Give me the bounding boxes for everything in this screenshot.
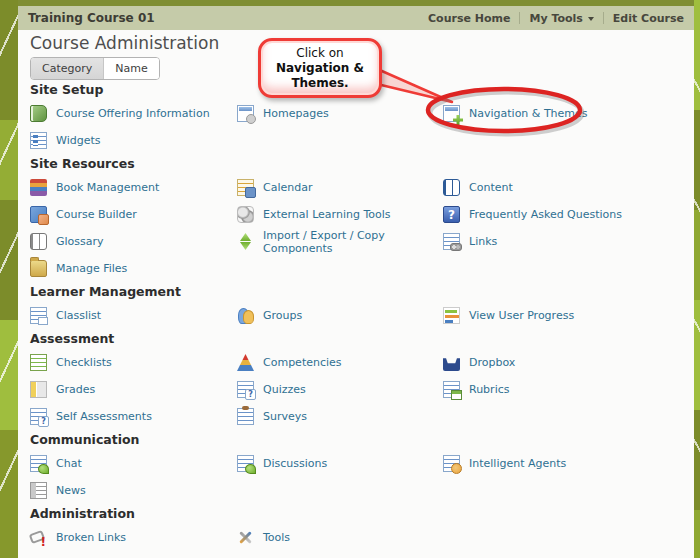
news-icon xyxy=(30,482,47,499)
section-items: ChatDiscussionsIntelligent AgentsNews xyxy=(30,450,694,504)
tool-item-import-export-copy-components[interactable]: Import / Export / Copy Components xyxy=(237,229,443,255)
tool-link-label: News xyxy=(56,484,86,497)
chat-icon xyxy=(30,455,47,472)
view-toggle: CategoryName xyxy=(30,57,160,80)
tool-link-label: External Learning Tools xyxy=(263,208,390,221)
section-title-learner-management: Learner Management xyxy=(30,284,694,300)
tool-link-label: Checklists xyxy=(56,356,112,369)
tool-link-label: Book Management xyxy=(56,181,159,194)
separator xyxy=(519,12,520,24)
tools-icon xyxy=(237,529,254,546)
competencies-icon xyxy=(237,354,254,371)
tool-item-manage-files[interactable]: Manage Files xyxy=(30,260,237,277)
tool-link-label: Grades xyxy=(56,383,95,396)
tool-link-label: Course Offering Information xyxy=(56,107,210,120)
tool-item-tools[interactable]: Tools xyxy=(237,529,443,546)
tool-link-label: Widgets xyxy=(56,134,100,147)
tool-link-label: Groups xyxy=(263,309,302,322)
tool-item-competencies[interactable]: Competencies xyxy=(237,354,443,371)
tool-link-label: Quizzes xyxy=(263,383,306,396)
callout-text: Click on Navigation & Themes. xyxy=(264,46,376,91)
grades-icon xyxy=(30,381,47,398)
widgets-icon xyxy=(30,132,47,149)
links-icon xyxy=(443,233,460,250)
tool-item-self-assessments[interactable]: Self Assessments xyxy=(30,408,237,425)
tool-item-navigation-themes[interactable]: Navigation & Themes xyxy=(443,105,694,122)
course-offering-information-icon xyxy=(30,105,47,122)
tool-item-groups[interactable]: Groups xyxy=(237,307,443,324)
tool-item-view-user-progress[interactable]: View User Progress xyxy=(443,307,694,324)
section-items: Book ManagementCalendarContentCourse Bui… xyxy=(30,174,694,282)
book-management-icon xyxy=(30,179,47,196)
glossary-icon xyxy=(30,233,47,250)
tool-link-label: Discussions xyxy=(263,457,327,470)
tool-item-chat[interactable]: Chat xyxy=(30,455,237,472)
frequently-asked-questions-icon xyxy=(443,206,460,223)
section-title-communication: Communication xyxy=(30,432,694,448)
external-learning-tools-icon xyxy=(237,206,254,223)
tool-item-homepages[interactable]: Homepages xyxy=(237,105,443,122)
admin-tool-sections: Site SetupCourse Offering InformationHom… xyxy=(30,82,694,551)
tool-link-label: Broken Links xyxy=(56,531,126,544)
tool-item-grades[interactable]: Grades xyxy=(30,381,237,398)
tool-item-glossary[interactable]: Glossary xyxy=(30,233,237,250)
tool-item-intelligent-agents[interactable]: Intelligent Agents xyxy=(443,455,694,472)
tool-link-label: Tools xyxy=(263,531,290,544)
calendar-icon xyxy=(237,179,254,196)
section-title-administration: Administration xyxy=(30,506,694,522)
course-navbar: Training Course 01 Course HomeMy ToolsEd… xyxy=(18,6,694,30)
tool-link-label: Intelligent Agents xyxy=(469,457,566,470)
tool-item-calendar[interactable]: Calendar xyxy=(237,179,443,196)
course-builder-icon xyxy=(30,206,47,223)
section-title-assessment: Assessment xyxy=(30,331,694,347)
tool-item-book-management[interactable]: Book Management xyxy=(30,179,237,196)
tool-item-dropbox[interactable]: Dropbox xyxy=(443,354,694,371)
topbar-link-my-tools[interactable]: My Tools xyxy=(529,12,593,25)
course-title: Training Course 01 xyxy=(28,11,155,25)
tool-item-course-builder[interactable]: Course Builder xyxy=(30,206,237,223)
tool-item-course-offering-information[interactable]: Course Offering Information xyxy=(30,105,237,122)
toggle-category[interactable]: Category xyxy=(31,58,103,79)
tool-item-discussions[interactable]: Discussions xyxy=(237,455,443,472)
tool-item-quizzes[interactable]: Quizzes xyxy=(237,381,443,398)
tool-item-content[interactable]: Content xyxy=(443,179,694,196)
callout-balloon: Click on Navigation & Themes. xyxy=(258,38,382,98)
tool-link-label: Calendar xyxy=(263,181,312,194)
topbar-link-course-home[interactable]: Course Home xyxy=(428,12,510,25)
tool-item-checklists[interactable]: Checklists xyxy=(30,354,237,371)
manage-files-icon xyxy=(30,260,47,277)
topbar-links: Course HomeMy ToolsEdit Course xyxy=(428,12,684,25)
dropbox-icon xyxy=(443,354,460,371)
self-assessments-icon xyxy=(30,408,47,425)
tool-link-label: Surveys xyxy=(263,410,307,423)
tool-link-label: Course Builder xyxy=(56,208,137,221)
tool-link-label: Links xyxy=(469,235,497,248)
tool-link-label: Dropbox xyxy=(469,356,515,369)
tool-item-external-learning-tools[interactable]: External Learning Tools xyxy=(237,206,443,223)
tool-link-label: View User Progress xyxy=(469,309,574,322)
chevron-down-icon xyxy=(588,17,594,21)
tool-link-label: Competencies xyxy=(263,356,342,369)
section-title-site-resources: Site Resources xyxy=(30,156,694,172)
tool-link-label: Navigation & Themes xyxy=(469,107,588,120)
toggle-name[interactable]: Name xyxy=(103,58,158,79)
discussions-icon xyxy=(237,455,254,472)
tool-item-widgets[interactable]: Widgets xyxy=(30,132,237,149)
tool-link-label: Rubrics xyxy=(469,383,509,396)
tool-link-label: Manage Files xyxy=(56,262,127,275)
separator xyxy=(603,12,604,24)
tool-item-classlist[interactable]: Classlist xyxy=(30,307,237,324)
tool-link-label: Content xyxy=(469,181,513,194)
tool-item-news[interactable]: News xyxy=(30,482,237,499)
topbar-link-edit-course[interactable]: Edit Course xyxy=(613,12,684,25)
section-items: ChecklistsCompetenciesDropboxGradesQuizz… xyxy=(30,349,694,430)
tool-item-broken-links[interactable]: Broken Links xyxy=(30,529,237,546)
left-green-border xyxy=(0,0,18,558)
tool-link-label: Import / Export / Copy Components xyxy=(263,229,443,255)
tool-item-rubrics[interactable]: Rubrics xyxy=(443,381,694,398)
tool-item-frequently-asked-questions[interactable]: Frequently Asked Questions xyxy=(443,206,694,223)
tool-item-surveys[interactable]: Surveys xyxy=(237,408,443,425)
tool-item-links[interactable]: Links xyxy=(443,233,694,250)
groups-icon xyxy=(237,307,254,324)
tool-link-label: Chat xyxy=(56,457,82,470)
